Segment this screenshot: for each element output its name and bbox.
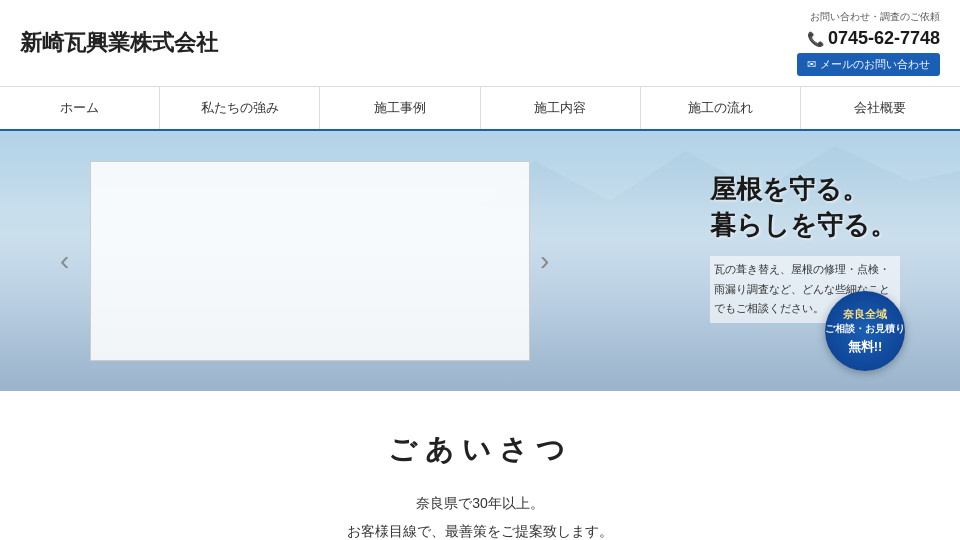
nav-content[interactable]: 施工内容 (481, 87, 641, 129)
nav-cases[interactable]: 施工事例 (320, 87, 480, 129)
email-contact-button[interactable]: メールのお問い合わせ (797, 53, 940, 76)
hero-heading-line1: 屋根を守る。 (710, 174, 868, 204)
site-logo: 新崎瓦興業株式会社 (20, 28, 218, 58)
badge-free: 無料!! (848, 337, 883, 357)
greeting-line1: 奈良県で30年以上。 (416, 495, 544, 511)
nav-flow[interactable]: 施工の流れ (641, 87, 801, 129)
nav-strength[interactable]: 私たちの強み (160, 87, 320, 129)
hero-section: ‹ › 屋根を守る。 暮らしを守る。 瓦の葺き替え、屋根の修理・点検・雨漏り調査… (0, 131, 960, 391)
phone-number: 0745-62-7748 (807, 28, 940, 49)
hero-heading: 屋根を守る。 暮らしを守る。 (710, 171, 900, 244)
contact-label: お問い合わせ・調査のご依頼 (810, 10, 940, 24)
site-header: 新崎瓦興業株式会社 お問い合わせ・調査のご依頼 0745-62-7748 メール… (0, 0, 960, 87)
badge-service: ご相談・お見積り (825, 322, 905, 336)
hero-next-arrow[interactable]: › (540, 245, 549, 277)
hero-heading-line2: 暮らしを守る。 (710, 210, 896, 240)
greeting-title: ごあいさつ (20, 431, 940, 469)
main-nav: ホーム 私たちの強み 施工事例 施工内容 施工の流れ 会社概要 (0, 87, 960, 131)
hero-prev-arrow[interactable]: ‹ (60, 245, 69, 277)
greeting-section: ごあいさつ 奈良県で30年以上。 お客様目線で、最善策をご提案致します。 (0, 391, 960, 540)
nav-home[interactable]: ホーム (0, 87, 160, 129)
hero-slideshow (90, 161, 530, 361)
header-contact-area: お問い合わせ・調査のご依頼 0745-62-7748 メールのお問い合わせ (797, 10, 940, 76)
nav-about[interactable]: 会社概要 (801, 87, 960, 129)
greeting-text: 奈良県で30年以上。 お客様目線で、最善策をご提案致します。 (20, 489, 940, 540)
badge-region: 奈良全域 (843, 306, 887, 323)
greeting-line2: お客様目線で、最善策をご提案致します。 (347, 523, 613, 539)
hero-badge: 奈良全域 ご相談・お見積り 無料!! (825, 291, 905, 371)
